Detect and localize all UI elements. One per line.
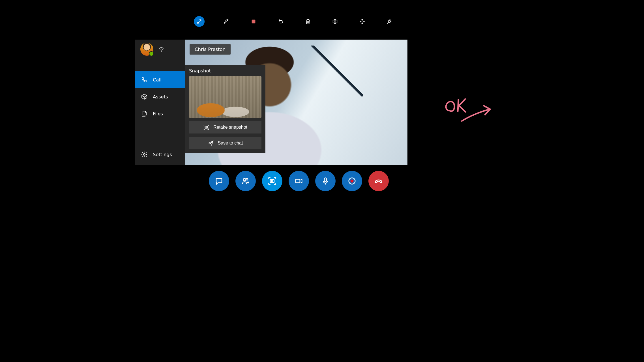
record-button[interactable] — [342, 171, 362, 191]
svg-point-7 — [206, 127, 207, 128]
svg-point-8 — [243, 178, 246, 181]
ink-annotation — [441, 95, 498, 126]
svg-marker-2 — [333, 19, 337, 24]
snapshot-popover: Snapshot Retake snapshot Save to chat — [185, 65, 265, 153]
phone-icon — [141, 76, 148, 83]
pen-button[interactable] — [221, 16, 232, 27]
camera-capture-icon — [203, 124, 209, 130]
snapshot-button[interactable] — [262, 171, 282, 191]
undo-icon — [278, 18, 284, 25]
retake-label: Retake snapshot — [213, 125, 247, 130]
move-arrows-icon — [359, 18, 365, 25]
trash-icon — [305, 18, 311, 25]
profile-row — [135, 40, 185, 59]
wifi-icon — [158, 46, 164, 52]
nav-item-settings[interactable]: Settings — [135, 146, 185, 163]
svg-point-4 — [161, 51, 162, 51]
svg-point-11 — [271, 180, 273, 182]
chat-icon — [215, 177, 223, 185]
minimize-icon — [196, 18, 202, 25]
save-to-chat-button[interactable]: Save to chat — [189, 137, 261, 149]
gear-icon — [141, 151, 148, 158]
nav-label: Settings — [153, 152, 172, 157]
remote-assist-window: Call Assets Files — [135, 40, 407, 165]
svg-point-0 — [197, 22, 199, 23]
microphone-icon — [321, 177, 330, 185]
lens-button[interactable] — [330, 16, 340, 27]
pin-icon — [386, 18, 392, 25]
nav-item-assets[interactable]: Assets — [135, 88, 185, 105]
svg-rect-13 — [324, 178, 327, 182]
svg-point-3 — [334, 21, 336, 22]
snip-minimize-button[interactable] — [194, 16, 205, 27]
pen-icon — [223, 18, 229, 25]
files-icon — [141, 110, 148, 117]
avatar[interactable] — [140, 43, 153, 56]
sidebar: Call Assets Files — [135, 40, 185, 165]
svg-point-9 — [246, 178, 248, 180]
nav-item-call[interactable]: Call — [135, 71, 185, 88]
nav-label: Call — [153, 77, 162, 83]
lens-icon — [332, 18, 338, 25]
hangup-icon — [374, 177, 383, 185]
chat-button[interactable] — [209, 171, 229, 191]
people-add-icon — [241, 177, 250, 185]
undo-button[interactable] — [275, 16, 286, 27]
snapshot-title: Snapshot — [189, 68, 261, 74]
mic-button[interactable] — [315, 171, 336, 191]
send-icon — [208, 140, 214, 146]
call-controls — [209, 171, 389, 191]
svg-point-5 — [143, 154, 145, 155]
svg-point-15 — [350, 179, 353, 182]
save-label: Save to chat — [218, 141, 243, 146]
nav-label: Assets — [153, 94, 168, 100]
svg-rect-1 — [252, 20, 256, 23]
nav-label: Files — [153, 111, 163, 117]
pin-button[interactable] — [384, 16, 395, 27]
snip-toolbar — [167, 16, 430, 27]
nav-item-files[interactable]: Files — [135, 105, 185, 122]
box-icon — [141, 93, 148, 100]
stop-icon — [250, 18, 257, 25]
retake-snapshot-button[interactable]: Retake snapshot — [189, 121, 261, 133]
svg-rect-12 — [296, 179, 300, 183]
video-icon — [295, 177, 303, 185]
end-call-button[interactable] — [368, 171, 389, 191]
add-participant-button[interactable] — [235, 171, 256, 191]
record-icon — [348, 177, 356, 185]
camera-capture-icon — [268, 177, 276, 185]
delete-button[interactable] — [302, 16, 313, 27]
caller-name-badge: Chris Preston — [190, 44, 231, 55]
presence-available-icon — [149, 51, 154, 56]
move-button[interactable] — [357, 16, 368, 27]
stop-button[interactable] — [248, 16, 259, 27]
snapshot-thumbnail[interactable] — [189, 76, 261, 118]
video-area: Chris Preston Snapshot Retake snapshot S… — [185, 40, 407, 165]
nav: Call Assets Files — [135, 71, 185, 122]
video-button[interactable] — [289, 171, 309, 191]
